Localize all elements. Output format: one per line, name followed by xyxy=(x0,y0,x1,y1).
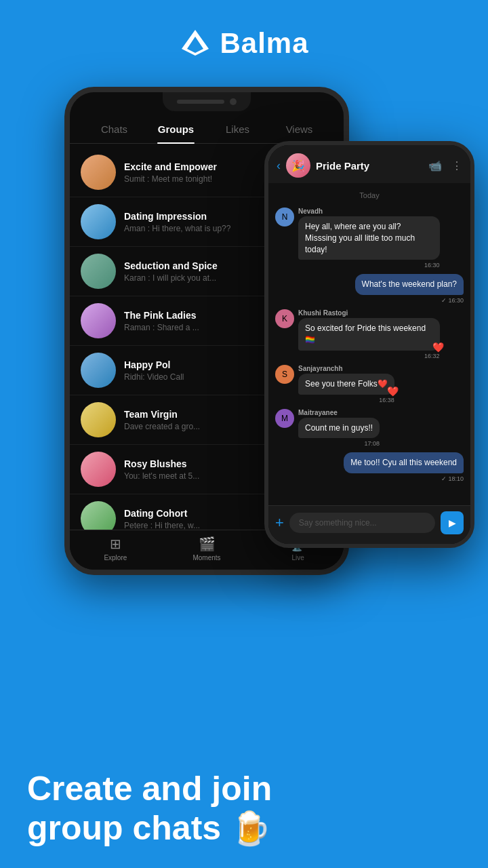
group-name: Happy Pol xyxy=(124,359,170,370)
message-bubble: What's the weekend plan? xyxy=(355,274,464,295)
group-preview: Aman : Hi there, what is up?? xyxy=(124,224,246,233)
add-attachment-button[interactable]: + xyxy=(275,514,284,532)
notch-camera xyxy=(230,98,237,105)
nav-item-moments[interactable]: 🎬 Moments xyxy=(161,536,253,561)
nav-item-explore[interactable]: ⊞ Explore xyxy=(70,536,161,561)
send-icon: ▶ xyxy=(449,517,456,528)
tab-bar: Chats Groups Likes Views xyxy=(70,113,344,144)
message-row: K Khushi Rastogi So excited for Pride th… xyxy=(275,309,464,359)
message-row: What's the weekend plan? ✓ 16:30 xyxy=(275,274,464,304)
tab-groups[interactable]: Groups xyxy=(145,118,207,143)
chat-title: Pride Party xyxy=(316,160,423,172)
date-divider: Today xyxy=(275,189,464,202)
nav-icon-explore: ⊞ xyxy=(110,536,121,552)
message-bubble-wrap: Nevadh Hey all, where are you all? Misss… xyxy=(298,208,440,269)
message-sender-avatar: N xyxy=(275,208,294,226)
input-area: + Say something nice... ▶ xyxy=(268,505,470,544)
nav-icon-moments: 🎬 xyxy=(199,536,216,552)
group-preview: You: let's meet at 5... xyxy=(124,471,246,481)
group-preview: Petere : Hi there, w... xyxy=(124,521,246,530)
message-row: M Maitrayanee Count me in guys!! 17:08 xyxy=(275,409,464,448)
group-avatar-2 xyxy=(81,254,116,289)
chat-header: ‹ 🎉 Pride Party 📹 ⋮ xyxy=(268,145,470,183)
tagline-section: Create and join group chats 🍺 xyxy=(27,770,461,848)
message-bubble-wrap: Khushi Rastogi So excited for Pride this… xyxy=(298,309,440,359)
message-row: Me too!! Cyu all this weekend ✓ 18:10 xyxy=(275,452,464,482)
group-preview: Ridhi: Video Call xyxy=(124,372,246,382)
notch-bar xyxy=(177,100,224,104)
group-preview: Dave created a gro... xyxy=(124,422,246,431)
group-avatar-6 xyxy=(81,452,116,487)
group-name: Dating Cohort xyxy=(124,508,187,519)
phone-mockup-wrapper: Chats Groups Likes Views Excite and Empo… xyxy=(0,80,488,636)
messages-area: Today N Nevadh Hey all, where are you al… xyxy=(268,183,470,505)
message-row: S Sanjayranchh See you there Folks❤️ ❤️ … xyxy=(275,365,464,403)
secondary-phone: ‹ 🎉 Pride Party 📹 ⋮ Today N Nevadh Hey a… xyxy=(264,141,474,548)
video-call-icon[interactable]: 📹 xyxy=(428,159,442,172)
nav-label: Moments xyxy=(192,554,220,561)
group-preview: Raman : Shared a ... xyxy=(124,323,246,332)
group-avatar-3 xyxy=(81,303,116,338)
message-bubble-wrap: Me too!! Cyu all this weekend ✓ 18:10 xyxy=(344,452,464,482)
group-name: Dating Impression xyxy=(124,211,207,222)
message-time: 16:32 xyxy=(298,353,440,359)
group-avatar-1 xyxy=(81,204,116,239)
chat-screen: ‹ 🎉 Pride Party 📹 ⋮ Today N Nevadh Hey a… xyxy=(268,145,470,544)
message-sender-avatar: K xyxy=(275,309,294,328)
message-bubble: Count me in guys!! xyxy=(298,418,380,439)
tab-views[interactable]: Views xyxy=(268,118,330,143)
group-name: Team Virgin xyxy=(124,409,178,420)
message-bubble-wrap: What's the weekend plan? ✓ 16:30 xyxy=(355,274,464,304)
group-avatar-5 xyxy=(81,402,116,437)
group-avatar-7 xyxy=(81,501,116,530)
back-button[interactable]: ‹ xyxy=(277,159,281,173)
message-time: ✓ 16:30 xyxy=(355,297,464,304)
message-time: 16:30 xyxy=(298,262,440,269)
tab-chats[interactable]: Chats xyxy=(83,118,145,143)
tab-likes[interactable]: Likes xyxy=(207,118,268,143)
message-bubble: So excited for Pride this weekend 🏳️‍🌈 ❤… xyxy=(298,318,440,351)
phone-notch xyxy=(163,92,251,111)
message-bubble: See you there Folks❤️ ❤️ xyxy=(298,374,394,395)
group-name: Seduction and Spice xyxy=(124,260,218,271)
app-header: Balma xyxy=(0,0,488,80)
tagline-line1: Create and join group chats 🍺 xyxy=(27,770,461,848)
message-sender-name: Nevadh xyxy=(298,208,440,215)
message-sender-avatar: M xyxy=(275,409,294,428)
message-sender-name: Khushi Rastogi xyxy=(298,309,440,317)
group-preview: Karan : I will pick you at... xyxy=(124,273,246,283)
message-bubble-wrap: Sanjayranchh See you there Folks❤️ ❤️ 16… xyxy=(298,365,394,403)
message-bubble: Hey all, where are you all? Misssing you… xyxy=(298,216,440,260)
message-bubble: Me too!! Cyu all this weekend xyxy=(344,452,464,473)
group-name: The Pink Ladies xyxy=(124,310,197,321)
more-options-icon[interactable]: ⋮ xyxy=(451,159,462,172)
group-avatar-4 xyxy=(81,353,116,388)
message-time: 17:08 xyxy=(298,440,380,447)
heart-reaction: ❤️ xyxy=(387,385,399,399)
group-avatar-0 xyxy=(81,155,116,190)
message-sender-name: Sanjayranchh xyxy=(298,365,394,372)
message-row: N Nevadh Hey all, where are you all? Mis… xyxy=(275,208,464,269)
message-time: ✓ 18:10 xyxy=(344,475,464,482)
send-button[interactable]: ▶ xyxy=(441,511,464,534)
brand-name: Balma xyxy=(220,27,308,60)
nav-label: Live xyxy=(292,554,304,561)
message-sender-avatar: S xyxy=(275,365,294,384)
logo-icon xyxy=(179,27,211,60)
message-input[interactable]: Say something nice... xyxy=(289,513,435,533)
message-bubble-wrap: Maitrayanee Count me in guys!! 17:08 xyxy=(298,409,380,448)
group-name: Rosy Blushes xyxy=(124,458,187,469)
chat-actions: 📹 ⋮ xyxy=(428,159,462,172)
group-name: Excite and Empower xyxy=(124,161,217,172)
heart-reaction: ❤️ xyxy=(432,341,444,355)
tagline-emoji: 🍺 xyxy=(230,810,271,846)
message-sender-name: Maitrayanee xyxy=(298,409,380,416)
group-preview: Sumit : Meet me tonight! xyxy=(124,174,246,184)
group-avatar: 🎉 xyxy=(286,153,310,178)
nav-label: Explore xyxy=(104,554,127,561)
message-time: 16:38 xyxy=(298,397,394,403)
